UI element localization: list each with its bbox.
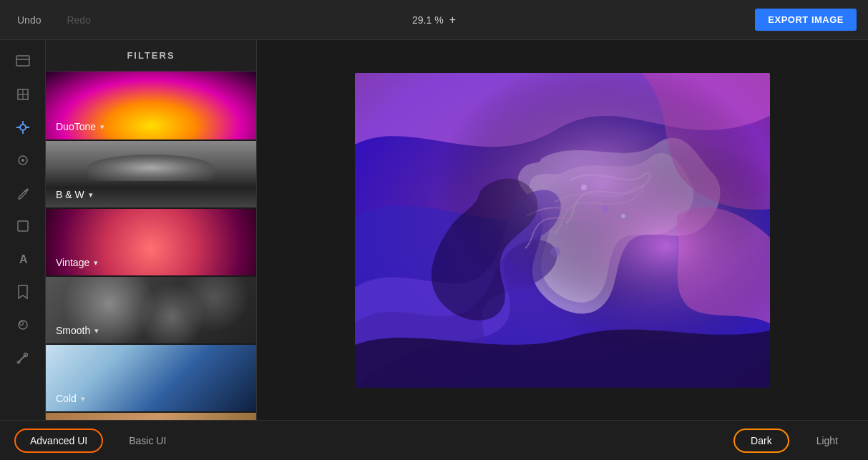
export-image-button[interactable]: EXPORT IMAGE [755,9,857,31]
filter-cold[interactable]: Cold ▾ [46,343,256,411]
bottom-right: Dark Light [733,429,854,453]
svg-rect-8 [18,221,28,231]
svg-rect-0 [16,56,29,66]
text-icon[interactable]: A [9,245,37,273]
advanced-ui-button[interactable]: Advanced UI [14,429,103,453]
svg-text:A: A [19,253,28,265]
top-bar-right: EXPORT IMAGE [755,9,857,31]
duotone-chevron-icon: ▾ [100,122,104,132]
fluid-art-svg [355,73,770,388]
filters-list: DuoTone ▾ B & W ▾ Vintage ▾ [46,72,256,420]
top-bar-center: 29.1 % + [412,14,456,26]
canvas-area [257,40,868,420]
bookmark-icon[interactable] [9,278,37,306]
crop-icon[interactable] [9,80,37,109]
filter-vintage[interactable]: Vintage ▾ [46,207,256,275]
circle-dots-icon[interactable] [9,146,37,175]
svg-point-19 [550,247,560,257]
filter-smooth[interactable]: Smooth ▾ [46,275,256,343]
svg-point-5 [20,124,26,130]
redo-button[interactable]: Redo [61,11,96,29]
svg-point-20 [581,185,587,190]
bottom-bar: Advanced UI Basic UI Dark Light [0,420,868,460]
adjustments-icon[interactable] [9,113,37,142]
top-bar-left: Undo Redo [11,11,755,29]
dropper-icon[interactable] [9,179,37,207]
zoom-level: 29.1 % [412,14,444,26]
filter-vintage-label: Vintage ▾ [56,257,98,268]
filter-smooth-label: Smooth ▾ [56,325,99,336]
svg-rect-16 [355,73,770,388]
basic-ui-button[interactable]: Basic UI [114,430,180,451]
dark-theme-button[interactable]: Dark [733,429,789,453]
smudge-icon[interactable] [9,310,37,339]
filters-panel: FILTERS DuoTone ▾ B & W ▾ [46,40,257,420]
brush-icon[interactable] [9,343,37,372]
filter-extra[interactable] [46,411,256,420]
main-content: A FILTERS [0,40,868,420]
smooth-chevron-icon: ▾ [94,326,99,336]
top-bar: Undo Redo 29.1 % + EXPORT IMAGE [0,0,868,40]
bottom-left: Advanced UI Basic UI [14,429,180,453]
filter-cold-label: Cold ▾ [56,393,85,404]
light-theme-button[interactable]: Light [801,430,854,451]
filters-title: FILTERS [46,40,256,72]
filter-bw-label: B & W ▾ [56,189,93,200]
cold-chevron-icon: ▾ [81,394,85,403]
filter-bw[interactable]: B & W ▾ [46,140,256,207]
image-canvas [355,73,770,388]
zoom-plus-button[interactable]: + [449,14,456,26]
bw-chevron-icon: ▾ [89,190,93,200]
square-icon[interactable] [9,212,37,240]
vintage-chevron-icon: ▾ [94,258,98,268]
svg-point-7 [21,159,24,162]
undo-button[interactable]: Undo [11,11,47,29]
filter-duotone-label: DuoTone ▾ [56,121,104,132]
layers-icon[interactable] [9,47,37,76]
filter-duotone[interactable]: DuoTone ▾ [46,72,256,140]
svg-point-18 [621,214,625,218]
icon-sidebar: A [0,40,46,420]
svg-point-17 [602,205,609,212]
svg-point-11 [19,322,23,326]
